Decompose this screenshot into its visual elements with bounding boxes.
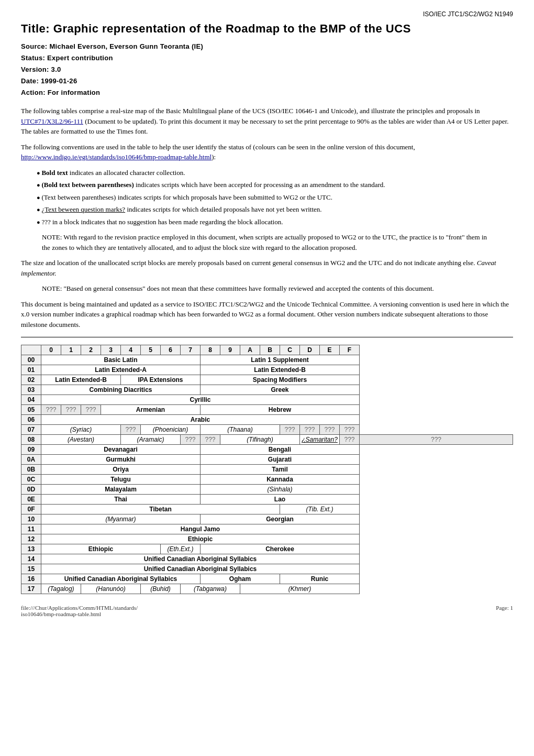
col-header-3: 3 <box>101 345 121 355</box>
convention-2: (Bold text between parentheses) indicate… <box>37 180 513 190</box>
table-cell: (Eth.Ext.) <box>161 544 201 554</box>
body-paragraph-1: The following tables comprise a real-siz… <box>21 106 513 137</box>
table-cell: ??? <box>320 425 340 435</box>
table-cell: (Hanunóo) <box>81 584 141 594</box>
row-header: 0D <box>21 485 41 495</box>
col-header-4: 4 <box>121 345 141 355</box>
conventions-list: Bold text indicates an allocated charact… <box>37 168 513 227</box>
table-row: 09DevanagariBengali <box>21 445 513 455</box>
table-cell: ??? <box>280 425 300 435</box>
table-row: 16Unified Canadian Aboriginal SyllabicsO… <box>21 574 513 584</box>
footer-left: file:///Chur/Applications/Comm/HTML/stan… <box>21 605 138 617</box>
table-cell: Runic <box>280 574 360 584</box>
table-cell: Cyrillic <box>41 395 360 405</box>
table-cell: Malayalam <box>41 485 201 495</box>
table-row: 00Basic LatinLatin 1 Supplement <box>21 355 513 365</box>
bmp-link[interactable]: http://www.indigo.ie/egt/standards/iso10… <box>21 153 212 161</box>
row-header: 08 <box>21 435 41 445</box>
table-cell: Hebrew <box>201 405 360 415</box>
table-cell: Arabic <box>41 415 360 425</box>
footer: file:///Chur/Applications/Comm/HTML/stan… <box>21 605 513 617</box>
table-divider <box>21 337 513 337</box>
row-header: 00 <box>21 355 41 365</box>
row-header: 07 <box>21 425 41 435</box>
table-row: 0DMalayalam(Sinhala) <box>21 485 513 495</box>
body-paragraph-2: The following conventions are used in th… <box>21 142 513 162</box>
col-header-5: 5 <box>141 345 161 355</box>
table-row: 0FTibetan(Tib. Ext.) <box>21 505 513 514</box>
row-header: 17 <box>21 584 41 594</box>
row-header: 05 <box>21 405 41 415</box>
row-header: 0F <box>21 505 41 514</box>
table-row: 02Latin Extended-BIPA ExtensionsSpacing … <box>21 375 513 385</box>
col-header-9: 9 <box>220 345 240 355</box>
row-header: 14 <box>21 554 41 564</box>
table-row: 0EThaiLao <box>21 495 513 505</box>
table-cell: Tamil <box>201 465 360 475</box>
col-header-6: 6 <box>161 345 181 355</box>
meta-block: Source: Michael Everson, Everson Gunn Te… <box>21 41 513 98</box>
table-row: 13Ethiopic(Eth.Ext.)Cherokee <box>21 544 513 554</box>
meta-source: Source: Michael Everson, Everson Gunn Te… <box>21 41 513 52</box>
table-cell: (Phoenician) <box>141 425 201 435</box>
table-cell: Spacing Modifiers <box>201 375 360 385</box>
col-header-7: 7 <box>181 345 201 355</box>
utc-link[interactable]: UTC#71/X3L2/96-111 <box>21 117 83 125</box>
table-cell: Latin Extended-B <box>41 375 121 385</box>
table-row: 08(Avestan)(Aramaic)??????(Tifinagh)¿Sam… <box>21 435 513 445</box>
meta-version: Version: 3.0 <box>21 64 513 75</box>
meta-status: Status: Expert contribution <box>21 52 513 64</box>
body-paragraph-4: This document is being maintained and up… <box>21 299 513 330</box>
table-cell: (Sinhala) <box>201 485 360 495</box>
table-cell: (Khmer) <box>240 584 360 594</box>
row-header: 11 <box>21 524 41 534</box>
col-header-1: 1 <box>61 345 81 355</box>
col-header-E: E <box>320 345 340 355</box>
table-cell: Tibetan <box>41 505 280 514</box>
table-cell: Latin Extended-B <box>201 365 360 375</box>
table-cell: Basic Latin <box>41 355 201 365</box>
table-cell: ??? <box>300 425 320 435</box>
table-cell: ??? <box>181 435 201 445</box>
table-cell: Ethiopic <box>41 534 360 544</box>
row-header: 03 <box>21 385 41 395</box>
table-row: 06Arabic <box>21 415 513 425</box>
table-cell: Combining Diacritics <box>41 385 201 395</box>
convention-1: Bold text indicates an allocated charact… <box>37 168 513 178</box>
table-cell: Devanagari <box>41 445 201 455</box>
table-cell: Oriya <box>41 465 201 475</box>
table-cell: Unified Canadian Aboriginal Syllabics <box>41 574 201 584</box>
col-header-D: D <box>300 345 320 355</box>
body-paragraph-3: The size and location of the unallocated… <box>21 258 513 278</box>
table-row: 03Combining DiacriticsGreek <box>21 385 513 395</box>
row-header: 13 <box>21 544 41 554</box>
table-cell: ??? <box>340 425 360 435</box>
table-cell: Latin Extended-A <box>41 365 201 375</box>
note-block-2: NOTE: "Based on general consensus" does … <box>42 283 492 294</box>
table-cell: Unified Canadian Aboriginal Syllabics <box>41 564 360 574</box>
row-header: 0C <box>21 475 41 485</box>
convention-3: (Text between parentheses) indicates scr… <box>37 192 513 203</box>
row-header: 12 <box>21 534 41 544</box>
table-row: 0AGurmukhiGujarati <box>21 455 513 465</box>
table-row: 05?????????ArmenianHebrew <box>21 405 513 415</box>
col-header-8: 8 <box>201 345 220 355</box>
col-header-F: F <box>340 345 360 355</box>
table-cell: Ethiopic <box>41 544 161 554</box>
meta-action: Action: For information <box>21 87 513 98</box>
table-row: 10(Myanmar)Georgian <box>21 514 513 524</box>
table-header-row: 0 1 2 3 4 5 6 7 8 9 A B C D E F <box>21 345 513 355</box>
table-cell: Latin 1 Supplement <box>201 355 360 365</box>
table-cell: ??? <box>41 405 61 415</box>
table-cell: (Tabganwa) <box>181 584 240 594</box>
table-cell: Gujarati <box>201 455 360 465</box>
table-cell: ??? <box>121 425 141 435</box>
table-cell: (Tib. Ext.) <box>280 505 360 514</box>
corner-cell <box>21 345 41 355</box>
table-cell: (Aramaic) <box>121 435 181 445</box>
col-header-B: B <box>260 345 280 355</box>
meta-date: Date: 1999-01-26 <box>21 75 513 87</box>
table-cell: Cherokee <box>201 544 360 554</box>
table-cell: ??? <box>81 405 101 415</box>
table-cell: IPA Extensions <box>121 375 201 385</box>
